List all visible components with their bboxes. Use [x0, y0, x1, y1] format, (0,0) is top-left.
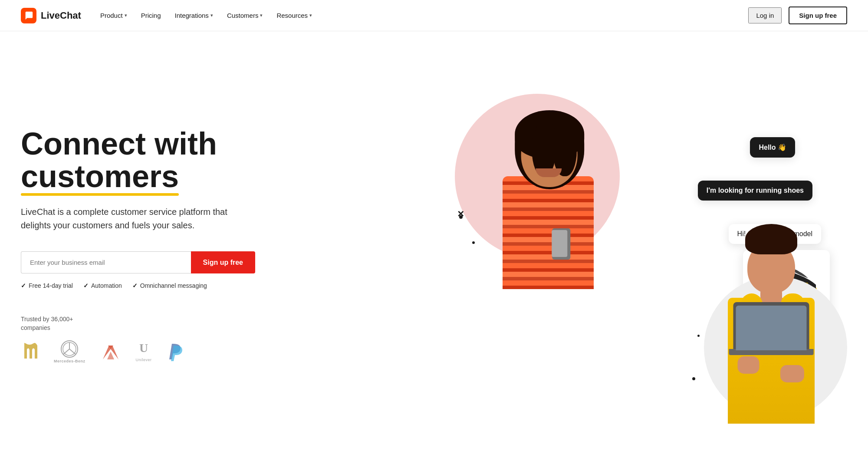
perk-omnichannel: ✓ Omnichannel messaging	[132, 282, 207, 289]
signup-nav-button[interactable]: Sign up free	[789, 7, 847, 24]
hero-section: Connect with customers LiveChat is a com…	[0, 31, 868, 451]
chevron-down-icon: ▾	[309, 13, 312, 18]
nav-item-pricing[interactable]: Pricing	[136, 8, 166, 23]
check-icon: ✓	[83, 282, 89, 289]
trusted-label: Trusted by 36,000+companies	[21, 315, 450, 332]
adobe-logo	[101, 342, 120, 361]
chat-bubble-looking: I'm looking for running shoes	[698, 181, 812, 201]
nav-left: LiveChat Product ▾ Pricing Integrations …	[21, 8, 317, 23]
chevron-down-icon: ▾	[125, 13, 127, 18]
hero-left: Connect with customers LiveChat is a com…	[21, 128, 450, 363]
brand-logos: Mercedes-Benz U	[21, 340, 450, 363]
trusted-section: Trusted by 36,000+companies	[21, 315, 450, 363]
perk-automation: ✓ Automation	[83, 282, 122, 289]
logo-icon	[21, 8, 36, 23]
perk-trial: ✓ Free 14-day trial	[21, 282, 73, 289]
nav-item-product[interactable]: Product ▾	[95, 8, 132, 23]
deco-cross: ✕	[457, 209, 464, 219]
logo-text: LiveChat	[41, 10, 81, 21]
woman-figure	[468, 81, 628, 298]
mercedes-logo: Mercedes-Benz	[54, 340, 85, 363]
paypal-logo	[168, 341, 186, 362]
email-input[interactable]	[21, 251, 191, 273]
hero-subheadline: LiveChat is a complete customer service …	[21, 205, 247, 232]
deco-dot	[692, 377, 695, 380]
headline-underline: customers	[21, 160, 179, 193]
illustration: Hello 👋 I'm looking for running shoes Hi…	[450, 68, 847, 424]
nav-links: Product ▾ Pricing Integrations ▾ Custome…	[95, 8, 317, 23]
livechat-icon	[24, 11, 33, 20]
hero-right: Hello 👋 I'm looking for running shoes Hi…	[450, 68, 847, 424]
chevron-down-icon: ▾	[260, 13, 263, 18]
unilever-logo: U Unilever	[136, 342, 152, 362]
svg-text:U: U	[139, 342, 148, 355]
nav-item-integrations[interactable]: Integrations ▾	[169, 8, 218, 23]
check-icon: ✓	[21, 282, 26, 289]
man-figure	[704, 233, 838, 424]
nav-item-customers[interactable]: Customers ▾	[222, 8, 268, 23]
login-button[interactable]: Log in	[748, 7, 782, 23]
check-icon: ✓	[132, 282, 138, 289]
perks-list: ✓ Free 14-day trial ✓ Automation ✓ Omnic…	[21, 282, 450, 289]
email-form: Sign up free	[21, 251, 255, 273]
mcdonalds-logo	[21, 341, 38, 362]
logo[interactable]: LiveChat	[21, 8, 81, 23]
svg-line-4	[69, 349, 76, 354]
chat-bubble-hello: Hello 👋	[750, 137, 795, 158]
hero-headline: Connect with customers	[21, 128, 450, 193]
chevron-down-icon: ▾	[210, 13, 213, 18]
deco-dot	[697, 335, 700, 337]
nav-right: Log in Sign up free	[748, 7, 847, 24]
svg-line-3	[63, 349, 69, 354]
signup-hero-button[interactable]: Sign up free	[191, 251, 255, 273]
nav-item-resources[interactable]: Resources ▾	[271, 8, 317, 23]
navbar: LiveChat Product ▾ Pricing Integrations …	[0, 0, 868, 31]
